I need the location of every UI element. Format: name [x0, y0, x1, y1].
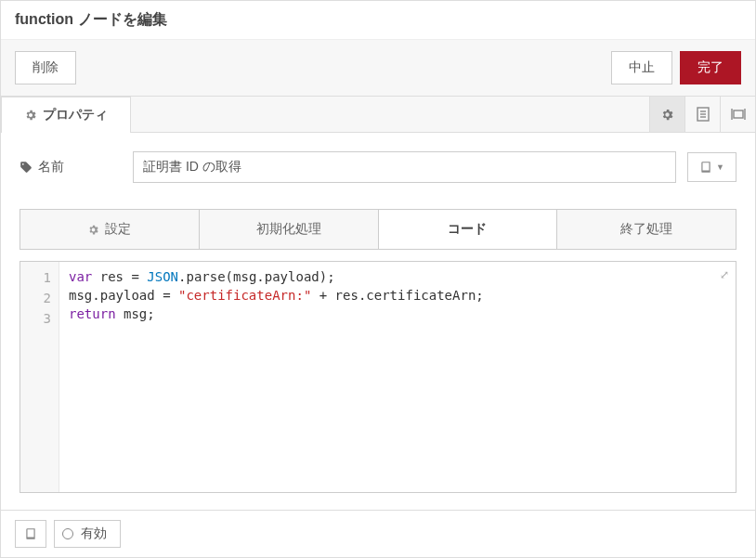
svg-rect-4	[734, 110, 743, 118]
cancel-button[interactable]: 中止	[611, 51, 672, 84]
line-gutter: 1 2 3	[20, 262, 59, 492]
tab-close[interactable]: 終了処理	[557, 210, 736, 249]
enabled-label: 有効	[81, 526, 107, 542]
circle-icon	[62, 528, 73, 539]
tab-code[interactable]: コード	[379, 210, 558, 249]
code-content[interactable]: var res = JSON.parse(msg.payload); msg.p…	[59, 262, 736, 492]
editor-panel: function ノードを編集 削除 中止 完了 プロパティ	[0, 0, 756, 558]
tab-properties[interactable]: プロパティ	[1, 97, 131, 133]
name-label: 名前	[20, 159, 122, 175]
tag-icon	[20, 161, 33, 174]
tab-init[interactable]: 初期化処理	[200, 210, 379, 249]
footer: 有効	[1, 510, 755, 557]
name-input[interactable]	[133, 151, 676, 183]
caret-down-icon: ▼	[716, 162, 724, 172]
book-icon	[24, 527, 37, 540]
tab-bar: プロパティ	[1, 97, 755, 133]
done-button[interactable]: 完了	[680, 51, 741, 84]
description-button[interactable]	[684, 97, 720, 132]
gear-icon	[24, 109, 37, 122]
panel-title: function ノードを編集	[1, 1, 755, 40]
document-icon	[697, 107, 710, 122]
library-button[interactable]: ▼	[687, 152, 736, 182]
node-settings-button[interactable]	[649, 97, 684, 132]
gear-icon	[87, 224, 99, 236]
gear-icon	[660, 108, 674, 122]
book-icon	[699, 161, 712, 174]
expand-icon[interactable]: ⤢	[717, 266, 732, 284]
tab-setup[interactable]: 設定	[20, 210, 200, 249]
appearance-button[interactable]	[720, 97, 755, 132]
code-editor[interactable]: 1 2 3 var res = JSON.parse(msg.payload);…	[20, 261, 736, 493]
form-area: 名前 ▼	[1, 133, 755, 209]
layout-icon	[731, 108, 746, 121]
code-tabs: 設定 初期化処理 コード 終了処理	[20, 209, 736, 250]
enabled-toggle[interactable]: 有効	[54, 520, 121, 548]
delete-button[interactable]: 削除	[15, 51, 76, 84]
library-footer-button[interactable]	[15, 520, 46, 548]
tab-properties-label: プロパティ	[43, 107, 108, 123]
action-bar: 削除 中止 完了	[1, 40, 755, 97]
name-row: 名前 ▼	[20, 151, 736, 183]
